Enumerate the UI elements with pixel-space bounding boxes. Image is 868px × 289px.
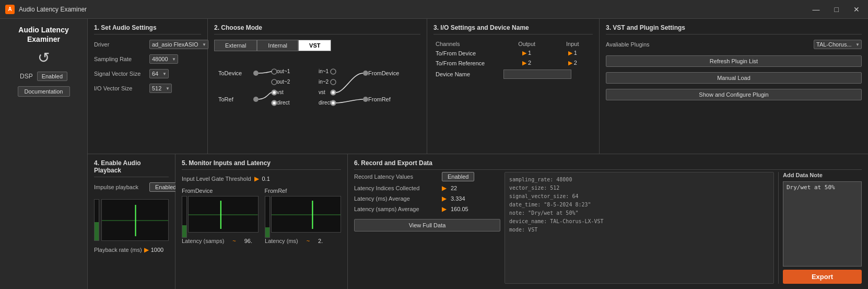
view-full-data-btn[interactable]: View Full Data: [354, 219, 500, 232]
svg-point-19: [273, 102, 276, 105]
panel1-header: 1. Set Audio Settings: [94, 24, 201, 34]
from-device-vu-bar: [182, 196, 187, 238]
sampling-rate-select-wrapper[interactable]: 48000: [149, 54, 178, 64]
svg-text:ToRef: ToRef: [218, 96, 234, 102]
signal-vector-select-wrapper[interactable]: 64: [149, 69, 169, 78]
svg-point-26: [363, 71, 368, 76]
show-config-btn[interactable]: Show and Configure Plugin: [606, 89, 862, 100]
latency-samps-tilde: ~: [232, 238, 236, 244]
to-from-device-label: To/From Device: [433, 48, 501, 58]
svg-point-4: [253, 71, 259, 76]
to-from-ref-row: To/From Reference ▶ 2 ▶ 2: [433, 58, 593, 68]
refresh-plugin-btn[interactable]: Refresh Plugin List: [606, 55, 862, 67]
device-name-input[interactable]: [503, 70, 571, 79]
tab-external[interactable]: External: [214, 40, 257, 51]
dsp-row: DSP Enabled: [20, 72, 67, 81]
avg-ms-row: Latency (ms) Average ▶ 3.334: [354, 195, 500, 202]
record-label: Record Latency Values: [354, 174, 438, 180]
latency-ms-label: Latency (ms): [265, 238, 298, 244]
svg-text:in~1: in~1: [319, 68, 329, 74]
top-panels: 1. Set Audio Settings Driver ad_asio Fle…: [88, 19, 868, 154]
tab-vst[interactable]: VST: [298, 40, 331, 51]
svg-point-5: [253, 97, 259, 102]
window-title: Audio Latency Examiner: [19, 6, 810, 13]
from-ref-channel: FromRef: [265, 188, 342, 233]
add-note-section: Add Data Note Export: [778, 172, 862, 284]
indices-row: Latency Indices Collected ▶ 22: [354, 184, 500, 192]
io-vector-select-wrapper[interactable]: 512: [149, 84, 172, 93]
to-from-ref-label: To/From Reference: [433, 58, 501, 68]
panel-io-settings: 3. I/O Settings and Device Name Channels…: [427, 19, 600, 154]
signal-vector-select[interactable]: 64: [149, 69, 169, 78]
ref-input-value: ▶ 2: [553, 58, 593, 68]
svg-point-18: [273, 91, 276, 94]
io-vector-select[interactable]: 512: [149, 84, 172, 93]
vu-bar-1: [94, 199, 99, 241]
record-data-rows: Record Latency Values Enabled Latency In…: [354, 172, 500, 284]
device-input-value: ▶ 1: [553, 48, 593, 58]
panel2-header: 2. Choose Mode: [214, 24, 420, 34]
from-device-waveform: [188, 196, 259, 233]
avg-samps-row: Latency (samps) Average ▶ 160.05: [354, 205, 500, 213]
driver-select[interactable]: ad_asio FlexASIO: [149, 40, 208, 49]
device-output-arrow: ▶: [522, 50, 526, 56]
plugin-select-wrapper[interactable]: TAL-Chorus...: [814, 40, 862, 49]
output-col-header: Output: [501, 40, 553, 48]
panel6-header: 6. Record and Export Data: [354, 159, 862, 170]
svg-text:out~2: out~2: [277, 79, 290, 85]
close-button[interactable]: ✕: [850, 6, 863, 13]
from-ref-vu: [265, 196, 270, 238]
svg-point-24: [332, 91, 335, 94]
svg-text:in~2: in~2: [319, 79, 329, 85]
panels-area: 1. Set Audio Settings Driver ad_asio Fle…: [88, 19, 868, 289]
svg-text:direct: direct: [319, 100, 332, 106]
record-inner: 6. Record and Export Data Record Latency…: [354, 159, 862, 284]
panel-record-export: 6. Record and Export Data Record Latency…: [348, 154, 868, 289]
monitor-channels-row: FromDevice: [182, 188, 341, 233]
impulse-label: Impulse playback: [94, 184, 146, 190]
vu-fill-1: [95, 222, 99, 240]
gate-value: 0.1: [262, 176, 270, 182]
title-bar: A Audio Latency Examiner — □ ✕: [0, 0, 868, 19]
from-device-display: [182, 196, 259, 233]
from-ref-display: [265, 196, 342, 233]
panel3a-header: 3. I/O Settings and Device Name: [433, 24, 593, 34]
record-latency-row: Record Latency Values Enabled: [354, 172, 500, 181]
tab-internal[interactable]: Internal: [257, 40, 298, 51]
gate-label: Input Level Gate Threshold: [182, 176, 251, 182]
svg-text:vst: vst: [319, 89, 325, 95]
channels-col-header: Channels: [433, 40, 501, 48]
sampling-rate-select[interactable]: 48000: [149, 54, 178, 64]
ref-output-value: ▶ 2: [501, 58, 553, 68]
panel-vst-settings: 3. VST and Plugin Settings Avaliable Plu…: [600, 19, 868, 154]
latency-samps-value: 96.: [244, 238, 252, 244]
device-name-label: Device Name: [433, 68, 501, 80]
avg-ms-value: 3.334: [451, 195, 465, 202]
indices-label: Latency Indices Collected: [354, 185, 438, 191]
record-panel-inner: Record Latency Values Enabled Latency In…: [354, 172, 862, 284]
input-col-header: Input: [553, 40, 593, 48]
minimize-button[interactable]: —: [810, 6, 823, 13]
vu-meter-left: [94, 199, 99, 241]
driver-select-wrapper[interactable]: ad_asio FlexASIO: [149, 40, 208, 49]
io-table: Channels Output Input To/From Device ▶ 1: [433, 40, 593, 80]
export-button[interactable]: Export: [783, 270, 862, 284]
avg-samps-value: 160.05: [451, 206, 468, 212]
history-icon: ↺: [38, 49, 50, 66]
ref-output-arrow: ▶: [522, 60, 526, 66]
plugin-select[interactable]: TAL-Chorus...: [814, 40, 862, 49]
dsp-status-badge[interactable]: Enabled: [37, 72, 67, 81]
manual-load-btn[interactable]: Manual Load: [606, 72, 862, 84]
note-textarea[interactable]: [783, 181, 862, 267]
mode-diagram: ToDevice ToRef FromDevice FromRef out~1 …: [214, 59, 413, 116]
gate-arrow: ▶: [254, 175, 259, 182]
documentation-button[interactable]: Documentation: [18, 86, 70, 97]
avg-ms-arrow: ▶: [442, 195, 447, 202]
available-plugins-label: Avaliable Plugins: [606, 41, 650, 48]
app-icon: A: [5, 5, 15, 14]
playback-rate-arrow: ▶: [144, 246, 149, 253]
svg-text:out~1: out~1: [277, 68, 290, 74]
record-status-badge[interactable]: Enabled: [442, 172, 474, 181]
signal-vector-label: Signal Vector Size: [94, 71, 146, 77]
maximize-button[interactable]: □: [831, 6, 842, 13]
